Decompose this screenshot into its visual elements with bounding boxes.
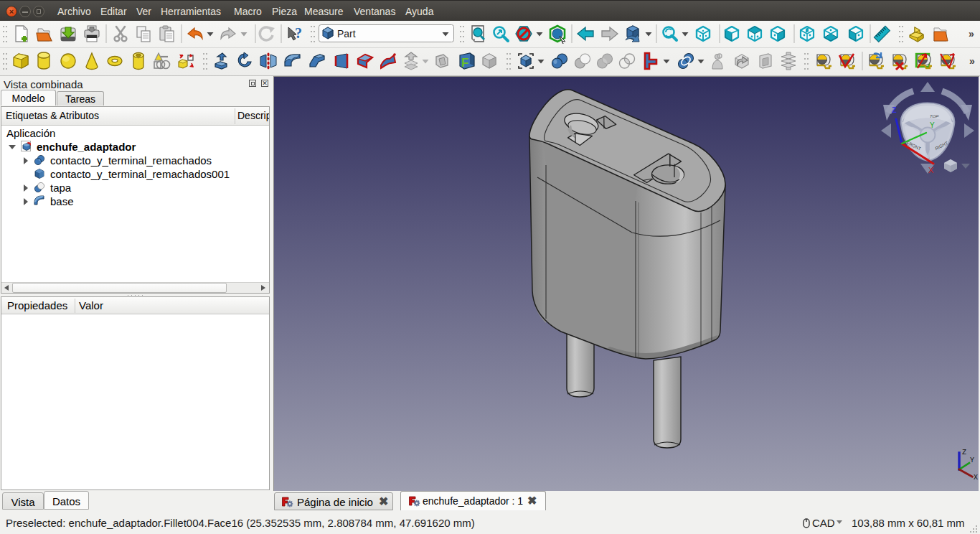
svg-text:?: ? [295, 25, 302, 41]
svg-text:Y: Y [930, 121, 935, 129]
svg-text:X: X [974, 474, 978, 482]
svg-text:»: » [969, 55, 975, 67]
svg-text:F: F [461, 56, 468, 70]
svg-text:Part: Part [337, 28, 356, 39]
svg-text:Y: Y [970, 456, 974, 464]
svg-text:Z: Z [892, 106, 897, 114]
svg-text:TOP: TOP [929, 115, 940, 118]
svg-text:Z: Z [962, 449, 966, 456]
svg-text:X: X [928, 166, 934, 174]
svg-text:»: » [969, 28, 974, 39]
